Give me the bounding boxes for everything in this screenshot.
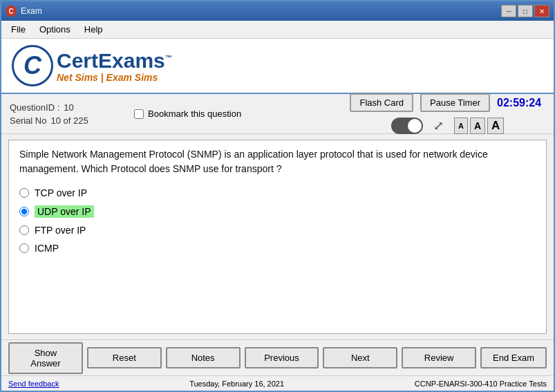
maximize-button[interactable]: □ (518, 5, 533, 17)
options-list: TCP over IPUDP over IPFTP over IPICMP (19, 187, 536, 254)
option-label-1[interactable]: TCP over IP (35, 187, 87, 198)
notes-button[interactable]: Notes (166, 347, 241, 368)
option-radio-1[interactable] (19, 188, 29, 198)
font-size-buttons: A A A (454, 118, 504, 134)
option-radio-2[interactable] (19, 207, 29, 216)
right-controls: Flash Card Pause Timer 02:59:24 ⤢ A A A (350, 93, 545, 134)
font-small-button[interactable]: A (454, 118, 468, 134)
logo-text-area: CertExams™ Net Sims | Exam Sims (57, 49, 172, 83)
question-id-label: QuestionID : (10, 102, 59, 113)
bookmark-label[interactable]: Bookmark this question (148, 109, 241, 119)
question-text: Simple Network Management Protocol (SNMP… (19, 147, 536, 176)
minimize-button[interactable]: ─ (501, 5, 516, 17)
close-button[interactable]: ✕ (534, 5, 549, 17)
next-button[interactable]: Next (323, 347, 397, 368)
question-id-row: QuestionID : 10 (10, 102, 120, 113)
show-answer-button[interactable]: Show Answer (8, 342, 83, 374)
logo-area: C CertExams™ Net Sims | Exam Sims (1, 39, 554, 94)
question-area: Simple Network Management Protocol (SNMP… (8, 140, 547, 334)
pause-timer-button[interactable]: Pause Timer (420, 93, 490, 112)
logo-brand-name: CertExams™ (57, 49, 172, 72)
main-window: C Exam ─ □ ✕ File Options Help C CertExa… (0, 0, 555, 392)
bottom-bar: Show Answer Reset Notes Previous Next Re… (1, 339, 554, 375)
option-item: ICMP (19, 243, 536, 254)
flash-card-button[interactable]: Flash Card (350, 93, 413, 112)
send-feedback-link[interactable]: Send feedback (8, 380, 59, 388)
font-medium-button[interactable]: A (470, 118, 485, 134)
option-item: UDP over IP (19, 205, 536, 218)
title-bar: C Exam ─ □ ✕ (1, 1, 554, 21)
title-bar-controls: ─ □ ✕ (501, 5, 549, 17)
bookmark-area: Bookmark this question (120, 109, 350, 119)
logo-tagline: Net Sims | Exam Sims (57, 72, 172, 83)
title-bar-left: C Exam (6, 6, 42, 17)
option-item: TCP over IP (19, 187, 536, 198)
font-large-button[interactable]: A (487, 118, 504, 134)
app-icon: C (6, 6, 17, 17)
end-exam-button[interactable]: End Exam (480, 347, 547, 368)
status-bar: Send feedback Tuesday, February 16, 2021… (1, 375, 554, 391)
toggle-knob (408, 119, 422, 133)
logo-circle: C (12, 45, 53, 86)
toggle-switch[interactable] (391, 118, 423, 134)
question-info: QuestionID : 10 Serial No 10 of 225 (10, 102, 120, 126)
option-radio-4[interactable] (19, 243, 29, 253)
menu-file[interactable]: File (4, 22, 32, 37)
option-label-4[interactable]: ICMP (35, 243, 59, 254)
timer-display: 02:59:24 (497, 97, 545, 109)
expand-icon[interactable]: ⤢ (433, 118, 444, 133)
bookmark-checkbox[interactable] (134, 109, 144, 119)
serial-no-row: Serial No 10 of 225 (10, 115, 120, 126)
option-item: FTP over IP (19, 225, 536, 236)
logo-tm: ™ (165, 54, 172, 62)
option-label-2[interactable]: UDP over IP (35, 205, 94, 218)
menu-bar: File Options Help (1, 21, 554, 39)
previous-button[interactable]: Previous (245, 347, 319, 368)
status-date: Tuesday, February 16, 2021 (59, 380, 414, 388)
menu-options[interactable]: Options (32, 22, 77, 37)
option-radio-3[interactable] (19, 225, 29, 235)
serial-no-label: Serial No (10, 115, 46, 126)
second-row-controls: ⤢ A A A (391, 118, 504, 134)
reset-button[interactable]: Reset (87, 347, 162, 368)
menu-help[interactable]: Help (77, 22, 110, 37)
info-bar: QuestionID : 10 Serial No 10 of 225 Book… (1, 94, 554, 134)
status-exam-name: CCNP-ENARSI-300-410 Practice Tests (415, 380, 547, 388)
question-id-value: 10 (64, 102, 73, 113)
serial-no-value: 10 of 225 (50, 115, 88, 126)
review-button[interactable]: Review (402, 347, 476, 368)
window-title: Exam (21, 6, 42, 16)
option-label-3[interactable]: FTP over IP (35, 225, 86, 236)
logo-letter: C (23, 53, 41, 78)
